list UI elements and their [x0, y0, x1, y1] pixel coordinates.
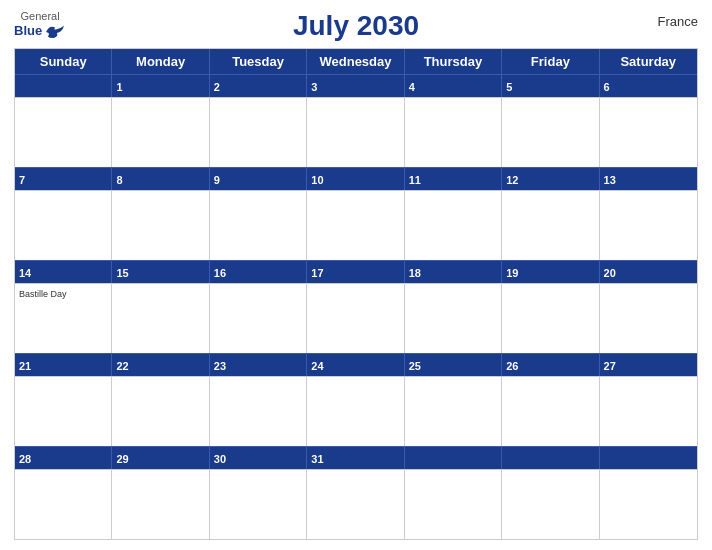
- logo-blue: Blue: [14, 24, 42, 38]
- w4d3-header: 24: [307, 354, 404, 376]
- w2d2-cell: [210, 191, 307, 260]
- w2d1-header: 8: [112, 168, 209, 190]
- logo-bird-icon: [44, 23, 66, 41]
- w2d0-cell: [15, 191, 112, 260]
- week5-body: [15, 469, 697, 539]
- w4d6-cell: [600, 377, 697, 446]
- week4-header: 21 22 23 24 25 26 27: [15, 353, 697, 376]
- w5d5-cell: [502, 470, 599, 539]
- w1d3-header: 3: [307, 75, 404, 97]
- calendar-page: General Blue July 2030 France Sunday Mon…: [0, 0, 712, 550]
- w3d1-cell: [112, 284, 209, 353]
- page-header: General Blue July 2030 France: [14, 10, 698, 42]
- w5d2-header: 30: [210, 447, 307, 469]
- country-label: France: [658, 14, 698, 29]
- w3d5-header: 19: [502, 261, 599, 283]
- w1d6-cell: [600, 98, 697, 167]
- w4d5-cell: [502, 377, 599, 446]
- weeks-container: 1 2 3 4 5 6 7 8 9 10: [15, 74, 697, 539]
- header-saturday: Saturday: [600, 49, 697, 74]
- w4d1-header: 22: [112, 354, 209, 376]
- w1d2-cell: [210, 98, 307, 167]
- w3d3-cell: [307, 284, 404, 353]
- w3d4-header: 18: [405, 261, 502, 283]
- w2d6-header: 13: [600, 168, 697, 190]
- w4d1-cell: [112, 377, 209, 446]
- w1d5-cell: [502, 98, 599, 167]
- calendar-grid: Sunday Monday Tuesday Wednesday Thursday…: [14, 48, 698, 540]
- w1d1-header: 1: [112, 75, 209, 97]
- w3d6-header: 20: [600, 261, 697, 283]
- logo: General Blue: [14, 10, 66, 41]
- w3d6-cell: [600, 284, 697, 353]
- w4d4-cell: [405, 377, 502, 446]
- w2d3-header: 10: [307, 168, 404, 190]
- w2d0-header: 7: [15, 168, 112, 190]
- w1d0-header: [15, 75, 112, 97]
- w1d6-header: 6: [600, 75, 697, 97]
- w3d0-header: 14: [15, 261, 112, 283]
- w1d5-header: 5: [502, 75, 599, 97]
- w2d2-header: 9: [210, 168, 307, 190]
- header-thursday: Thursday: [405, 49, 502, 74]
- w5d6-header: [600, 447, 697, 469]
- w4d2-cell: [210, 377, 307, 446]
- w4d6-header: 27: [600, 354, 697, 376]
- w5d1-cell: [112, 470, 209, 539]
- w5d2-cell: [210, 470, 307, 539]
- w5d0-header: 28: [15, 447, 112, 469]
- day-headers-row: Sunday Monday Tuesday Wednesday Thursday…: [15, 49, 697, 74]
- w3d4-cell: [405, 284, 502, 353]
- w5d3-cell: [307, 470, 404, 539]
- w1d0-cell: [15, 98, 112, 167]
- w2d4-header: 11: [405, 168, 502, 190]
- week5-header: 28 29 30 31: [15, 446, 697, 469]
- w3d2-header: 16: [210, 261, 307, 283]
- w4d2-header: 23: [210, 354, 307, 376]
- week2-header: 7 8 9 10 11 12 13: [15, 167, 697, 190]
- w5d4-cell: [405, 470, 502, 539]
- w1d2-header: 2: [210, 75, 307, 97]
- w3d1-header: 15: [112, 261, 209, 283]
- w2d6-cell: [600, 191, 697, 260]
- w4d5-header: 26: [502, 354, 599, 376]
- header-tuesday: Tuesday: [210, 49, 307, 74]
- w5d6-cell: [600, 470, 697, 539]
- w1d4-cell: [405, 98, 502, 167]
- w4d0-header: 21: [15, 354, 112, 376]
- w3d3-header: 17: [307, 261, 404, 283]
- w1d4-header: 4: [405, 75, 502, 97]
- w4d0-cell: [15, 377, 112, 446]
- week4-body: [15, 376, 697, 446]
- w5d0-cell: [15, 470, 112, 539]
- w2d3-cell: [307, 191, 404, 260]
- w5d5-header: [502, 447, 599, 469]
- w1d1-cell: [112, 98, 209, 167]
- bastille-day-label: Bastille Day: [19, 289, 107, 299]
- week3-header: 14 15 16 17 18 19 20: [15, 260, 697, 283]
- w2d5-header: 12: [502, 168, 599, 190]
- header-sunday: Sunday: [15, 49, 112, 74]
- w3d2-cell: [210, 284, 307, 353]
- w2d4-cell: [405, 191, 502, 260]
- w5d4-header: [405, 447, 502, 469]
- week1-header: 1 2 3 4 5 6: [15, 74, 697, 97]
- page-title: July 2030: [293, 10, 419, 42]
- week2-body: [15, 190, 697, 260]
- header-friday: Friday: [502, 49, 599, 74]
- header-wednesday: Wednesday: [307, 49, 404, 74]
- w4d3-cell: [307, 377, 404, 446]
- w5d1-header: 29: [112, 447, 209, 469]
- header-monday: Monday: [112, 49, 209, 74]
- week1-body: [15, 97, 697, 167]
- week3-body: Bastille Day: [15, 283, 697, 353]
- w1d3-cell: [307, 98, 404, 167]
- w2d1-cell: [112, 191, 209, 260]
- logo-general: General: [21, 10, 60, 22]
- w5d3-header: 31: [307, 447, 404, 469]
- w4d4-header: 25: [405, 354, 502, 376]
- w2d5-cell: [502, 191, 599, 260]
- w3d5-cell: [502, 284, 599, 353]
- w3d0-cell: Bastille Day: [15, 284, 112, 353]
